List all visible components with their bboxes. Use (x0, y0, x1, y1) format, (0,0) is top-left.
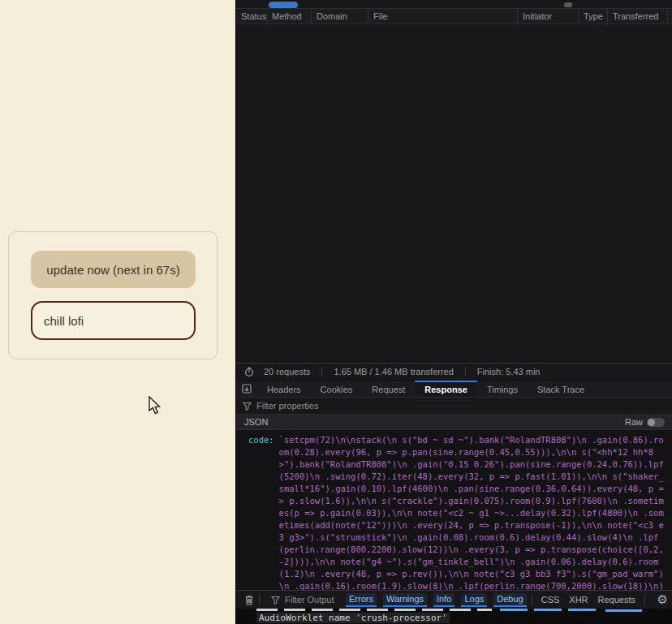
web-page: update now (next in 67s) (0, 0, 235, 624)
update-now-button[interactable]: update now (next in 67s) (31, 251, 196, 288)
json-key-code[interactable]: code: (248, 434, 274, 590)
raw-toggle-switch[interactable] (647, 418, 665, 427)
tab-response[interactable]: Response (415, 381, 477, 397)
filter-pill-errors[interactable]: Errors (346, 593, 377, 607)
filter-pill-logs[interactable]: Logs (461, 593, 487, 607)
divider (532, 594, 532, 605)
column-header-size[interactable]: Size (668, 9, 672, 24)
panel-toggle-icon[interactable] (236, 381, 257, 397)
tab-cookies[interactable]: Cookies (311, 381, 363, 397)
mouse-cursor-icon (148, 396, 161, 415)
column-header-transferred[interactable]: Transferred (608, 9, 668, 24)
console-log-line: AudioWorklet name 'crush-processor' (256, 613, 450, 623)
filter-pill-warnings[interactable]: Warnings (383, 593, 427, 607)
funnel-icon (271, 596, 280, 605)
divider (259, 594, 260, 605)
toolbar-icon-clipped (564, 2, 572, 7)
category-filters: CSSXHRRequests (537, 595, 640, 605)
tab-request[interactable]: Request (362, 381, 415, 397)
tab-timings[interactable]: Timings (477, 381, 528, 397)
response-json-view: code: `setcpm(72)\n\nstack(\n s("bd ~ sd… (236, 430, 672, 590)
column-header-method[interactable]: Method (267, 9, 312, 24)
prompt-input[interactable] (31, 301, 196, 340)
console-log-clipped (256, 609, 662, 612)
log-level-filters: ErrorsWarningsInfoLogsDebug (346, 593, 527, 607)
json-section-label: JSON (244, 417, 268, 427)
request-detail-tabs: HeadersCookiesRequestResponseTimingsStac… (236, 380, 672, 398)
table-header-row: StatusMethodDomainFileInitiatorTypeTrans… (236, 9, 672, 24)
network-summary-bar: 20 requests 1.65 MB / 1.46 MB transferre… (236, 363, 672, 379)
column-header-type[interactable]: Type (579, 9, 608, 24)
json-value-code: `setcpm(72)\n\nstack(\n s("bd ~ sd ~").b… (279, 434, 666, 590)
finish-time: Finish: 5.43 min (474, 367, 544, 377)
divider (465, 367, 466, 377)
console-toolbar: Filter Output ErrorsWarningsInfoLogsDebu… (236, 590, 672, 609)
filter-properties-input[interactable]: Filter properties (236, 398, 672, 415)
console-output: AudioWorklet name 'crush-processor' (236, 609, 672, 624)
filter-pill-debug[interactable]: Debug (493, 593, 526, 607)
json-section-header[interactable]: JSON Raw (236, 415, 672, 430)
filter-requests[interactable]: Requests (594, 595, 640, 605)
transferred-total: 1.65 MB / 1.46 MB transferred (330, 367, 456, 377)
funnel-icon (243, 402, 252, 411)
network-request-table: StatusMethodDomainFileInitiatorTypeTrans… (236, 9, 672, 24)
tab-headers[interactable]: Headers (257, 381, 311, 397)
filter-properties-placeholder: Filter properties (256, 401, 318, 411)
trash-icon[interactable] (244, 595, 254, 605)
divider (321, 367, 322, 377)
filter-xhr[interactable]: XHR (565, 595, 592, 605)
console-link-clipped (605, 609, 642, 612)
column-header-domain[interactable]: Domain (312, 9, 368, 24)
column-header-status[interactable]: Status (236, 9, 267, 24)
tab-stack-trace[interactable]: Stack Trace (528, 381, 594, 397)
network-toolbar-clipped (236, 0, 672, 9)
divider (644, 594, 645, 605)
filter-pill-info[interactable]: Info (433, 593, 454, 607)
filter-css[interactable]: CSS (537, 595, 564, 605)
timer-icon (244, 367, 254, 377)
column-header-file[interactable]: File (368, 9, 518, 24)
controls-card: update now (next in 67s) (8, 231, 218, 359)
console-settings-gear-icon[interactable]: ⚙ (657, 592, 668, 607)
request-count: 20 requests (261, 367, 313, 377)
filter-output-input[interactable]: Filter Output (285, 595, 334, 605)
raw-toggle-label: Raw (625, 417, 643, 427)
devtools-panel: StatusMethodDomainFileInitiatorTypeTrans… (235, 0, 672, 624)
column-header-initiator[interactable]: Initiator (518, 9, 579, 24)
all-filter-button-clipped[interactable] (269, 2, 298, 8)
